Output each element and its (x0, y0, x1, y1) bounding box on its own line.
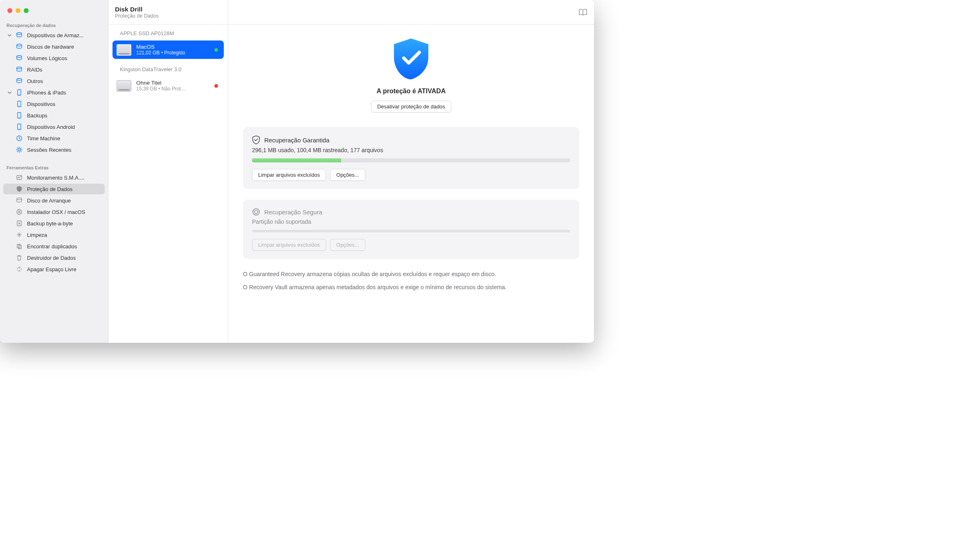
svg-point-10 (19, 117, 20, 118)
card-subtext: Partição não suportada (252, 218, 570, 225)
help-book-icon[interactable] (578, 8, 587, 16)
footnote-vault: O Recovery Vault armazena apenas metadad… (243, 283, 579, 292)
sidebar-item-label: Dispositivos de Armaz... (27, 32, 84, 38)
page-subtitle: Proteção de Dados (115, 13, 159, 19)
status-dot-protected (214, 48, 218, 52)
svg-point-0 (17, 33, 22, 34)
sidebar-item-label: Limpeza (27, 232, 47, 238)
sidebar-item-label: Time Machine (27, 135, 60, 142)
protection-status-title: A proteção é ATIVADA (377, 88, 446, 95)
partition-item-macos[interactable]: MacOS 121,02 GB • Protegido (112, 40, 224, 59)
sidebar-item-data-protection[interactable]: Proteção de Dados (3, 184, 105, 194)
card-subtext: 296,1 MB usado, 100,4 MB rastreado, 177 … (252, 147, 570, 153)
partition-name: Ohne Titel (136, 80, 186, 86)
phone-icon (16, 89, 23, 96)
duplicate-icon (16, 243, 23, 250)
progress-bar (252, 230, 570, 232)
sidebar-item-raids[interactable]: RAIDs (3, 64, 105, 75)
sidebar-item-find-duplicates[interactable]: Encontrar duplicados (3, 241, 105, 252)
svg-point-4 (17, 79, 22, 80)
sparkle-icon (16, 232, 23, 238)
sidebar-item-installer[interactable]: Instalador OSX / macOS (3, 207, 105, 217)
svg-point-1 (17, 44, 22, 46)
svg-point-8 (19, 106, 20, 106)
card-title: Recuperação Garantida (264, 137, 329, 144)
chevron-down-icon (7, 34, 11, 37)
clear-excluded-button: Limpar arquivos excluídos (252, 239, 326, 251)
options-button[interactable]: Opções... (330, 169, 365, 181)
partition-list: Disk Drill Proteção de Dados APPLE SSD A… (108, 0, 228, 343)
sidebar-item-label: Instalador OSX / macOS (27, 209, 85, 215)
sidebar-item-label: RAIDs (27, 67, 43, 73)
phone-icon (16, 101, 23, 107)
partition-group-label: Kingston DataTraveler 3.0 (108, 61, 228, 75)
svg-point-14 (18, 148, 20, 151)
shield-checkmark-icon (391, 37, 432, 82)
sidebar-item-label: Volumes Lógicos (27, 55, 67, 61)
sidebar-item-recent-sessions[interactable]: Sessões Recentes (3, 144, 105, 155)
svg-point-23 (254, 210, 258, 214)
partition-subtext: 15,39 GB • Não Prot… (136, 86, 186, 92)
partition-item-ohne-titel[interactable]: Ohne Titel 15,39 GB • Não Prot… (112, 76, 224, 95)
status-dot-unprotected (214, 84, 218, 88)
window-minimize-button[interactable] (16, 8, 20, 13)
sidebar-item-label: Backups (27, 112, 47, 119)
sidebar-item-data-destroyer[interactable]: Destruidor de Dados (3, 252, 105, 263)
sidebar-item-cleanup[interactable]: Limpeza (3, 229, 105, 240)
footnote-guaranteed: O Guaranteed Recovery armazena cópias oc… (243, 270, 579, 279)
sidebar-item-others[interactable]: Outros (3, 76, 105, 86)
partition-group-label: APPLE SSD AP0128M (108, 25, 228, 39)
phone-icon (16, 112, 23, 119)
sidebar-item-label: Dispositivos Android (27, 124, 75, 130)
hero: A proteção é ATIVADA Desativar proteção … (243, 37, 579, 112)
sidebar-item-boot-disk[interactable]: Disco de Arranque (3, 195, 105, 206)
clear-excluded-button[interactable]: Limpar arquivos excluídos (252, 169, 326, 181)
svg-point-6 (19, 94, 20, 95)
sidebar-item-logical-volumes[interactable]: Volumes Lógicos (3, 53, 105, 63)
disk-icon (16, 55, 23, 61)
sidebar-item-label: Backup byte-a-byte (27, 220, 73, 227)
disk-icon (16, 43, 23, 50)
sidebar-item-ios-backups[interactable]: Backups (3, 110, 105, 121)
disk-icon (16, 32, 23, 38)
options-button: Opções... (330, 239, 365, 251)
guaranteed-recovery-card: Recuperação Garantida 296,1 MB usado, 10… (243, 127, 579, 189)
sidebar-item-label: Dispositivos (27, 101, 55, 107)
shield-outline-icon (252, 135, 260, 144)
sidebar-item-ios-devices[interactable]: Dispositivos (3, 99, 105, 109)
header-bar: Disk Drill Proteção de Dados (108, 0, 228, 25)
app-window: Recuperação de dados Dispositivos de Arm… (0, 0, 594, 343)
sidebar-item-android[interactable]: Dispositivos Android (3, 121, 105, 132)
window-maximize-button[interactable] (24, 8, 29, 13)
sidebar-item-label: iPhones & iPads (27, 90, 66, 96)
sidebar-item-byte-backup[interactable]: Backup byte-a-byte (3, 218, 105, 229)
sidebar-item-time-machine[interactable]: Time Machine (3, 133, 105, 144)
sidebar-item-label: Sessões Recentes (27, 147, 71, 153)
sidebar-item-erase-free[interactable]: Apagar Espaço Livre (3, 264, 105, 274)
sidebar-item-label: Apagar Espaço Livre (27, 266, 76, 272)
secure-recovery-card: Recuperação Segura Partição não suportad… (243, 200, 579, 259)
sidebar-item-iphones-ipads[interactable]: iPhones & iPads (3, 87, 105, 98)
trash-icon (16, 254, 23, 261)
disk-icon (16, 66, 23, 73)
partition-name: MacOS (136, 44, 185, 50)
card-title: Recuperação Segura (264, 209, 322, 216)
sidebar-item-hardware-disks[interactable]: Discos de hardware (3, 41, 105, 52)
header-bar-right (228, 0, 594, 25)
disk-icon (16, 78, 23, 84)
sidebar-item-smart[interactable]: Monitoramento S.M.A.... (3, 172, 105, 183)
sidebar-item-label: Discos de hardware (27, 44, 74, 50)
window-close-button[interactable] (7, 8, 12, 13)
svg-point-2 (17, 56, 22, 57)
backup-icon (16, 220, 23, 227)
progress-bar (252, 158, 570, 162)
partition-subtext: 121,02 GB • Protegido (136, 50, 185, 56)
svg-point-22 (253, 209, 259, 215)
progress-fill (252, 158, 341, 162)
smart-icon (16, 174, 23, 181)
phone-icon (16, 124, 23, 130)
sidebar-item-label: Encontrar duplicados (27, 243, 77, 250)
deactivate-protection-button[interactable]: Desativar proteção de dados (371, 101, 451, 112)
sidebar-item-storage-devices[interactable]: Dispositivos de Armaz... (3, 30, 105, 40)
erase-icon (16, 266, 23, 272)
